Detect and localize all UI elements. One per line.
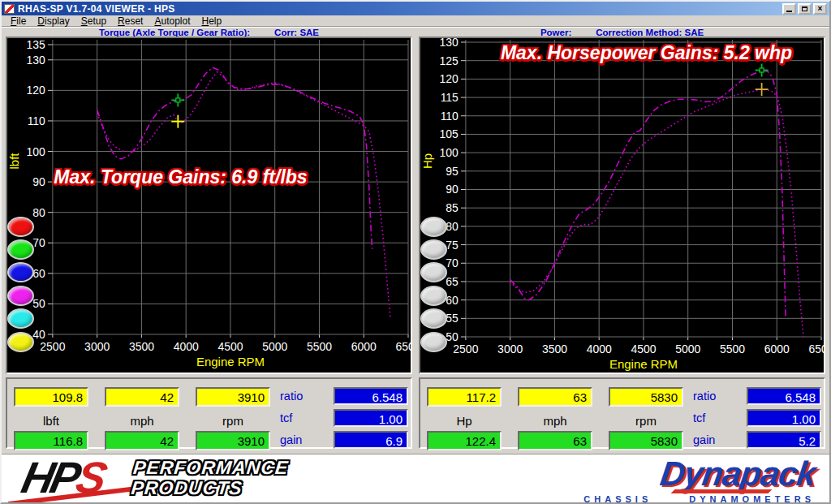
tcf-label: tcf bbox=[693, 411, 742, 424]
trace-button-green[interactable] bbox=[7, 239, 34, 260]
y-axis-label: Hp bbox=[420, 153, 434, 169]
unit-label-rpm: rpm bbox=[196, 414, 270, 428]
y-tick-label: 130 bbox=[440, 38, 459, 49]
dynapack-chassis-text: CHASSIS bbox=[583, 494, 652, 504]
gain-label: gain bbox=[280, 433, 329, 446]
x-tick-label: 5500 bbox=[307, 340, 332, 353]
y-tick-label: 50 bbox=[446, 330, 459, 343]
dynapack-subtitle: CHASSIS DYNAMOMETERS bbox=[583, 494, 815, 504]
menu-setup[interactable]: Setup bbox=[75, 15, 112, 27]
y-tick-label: 70 bbox=[446, 256, 459, 269]
trace-button-yellow[interactable] bbox=[7, 332, 34, 352]
x-tick-label: 3000 bbox=[84, 340, 110, 353]
ratio-label: ratio bbox=[693, 390, 742, 403]
torque-chart-header: Torque (Axle Torque / Gear Ratio): Corr:… bbox=[6, 28, 412, 37]
power-chart-plot[interactable]: 2500300035004000450050005500600065005055… bbox=[420, 38, 824, 373]
y-tick-label: 80 bbox=[446, 220, 459, 233]
hps-performance-text: PERFORMANCE bbox=[132, 458, 290, 478]
trace-button-gray-1[interactable] bbox=[420, 217, 447, 237]
power-correction-label: Correction Method: SAE bbox=[596, 28, 704, 37]
close-button[interactable]: × bbox=[813, 3, 827, 15]
unit-label-mph: mph bbox=[105, 414, 179, 428]
trace-button-blue[interactable] bbox=[7, 262, 34, 282]
minimize-button[interactable] bbox=[782, 3, 796, 15]
y-tick-label: 120 bbox=[27, 84, 46, 97]
unit-label-rpm: rpm bbox=[609, 414, 683, 428]
y-tick-label: 115 bbox=[441, 91, 459, 104]
x-tick-label: 5500 bbox=[720, 342, 745, 355]
y-tick-label: 70 bbox=[32, 236, 45, 249]
menu-bar: FileDisplaySetupResetAutoplotHelp bbox=[2, 15, 829, 27]
x-tick-label: 5000 bbox=[675, 342, 700, 355]
cursor-marker-square bbox=[760, 68, 764, 72]
x-tick-label: 4000 bbox=[174, 340, 199, 353]
run2-rpm-value: 5830 bbox=[609, 431, 683, 450]
hps-products-text: PRODUCTS bbox=[130, 478, 287, 498]
title-bar: RHAS-SP V1.7-04 VIEWER - HPS × bbox=[2, 2, 829, 15]
unit-label-lbft: lbft bbox=[14, 414, 88, 428]
run2-mph-value: 42 bbox=[105, 431, 179, 450]
x-tick-label: 6000 bbox=[351, 340, 377, 353]
menu-file[interactable]: File bbox=[5, 15, 32, 27]
x-tick-label: 3500 bbox=[542, 342, 567, 355]
x-tick-label: 2500 bbox=[453, 342, 478, 355]
y-tick-label: 90 bbox=[446, 183, 459, 196]
y-tick-label: 125 bbox=[440, 54, 459, 67]
hps-logo: HPS PERFORMANCE PRODUCTS bbox=[23, 456, 287, 498]
trace-button-gray-6[interactable] bbox=[420, 332, 447, 352]
power-chart-panel: 2500300035004000450050005500600065005055… bbox=[419, 37, 825, 374]
menu-help[interactable]: Help bbox=[196, 15, 228, 27]
tcf-value: 1.00 bbox=[334, 409, 408, 427]
run1-rpm-value: 5830 bbox=[609, 387, 683, 407]
app-window: RHAS-SP V1.7-04 VIEWER - HPS × FileDispl… bbox=[0, 0, 831, 504]
chart-headers: Torque (Axle Torque / Gear Ratio): Corr:… bbox=[2, 27, 829, 37]
trace-button-magenta[interactable] bbox=[7, 286, 34, 306]
run2-mph-value: 63 bbox=[518, 431, 592, 450]
torque-header-label: Torque (Axle Torque / Gear Ratio): bbox=[99, 28, 250, 37]
run1-rpm-value: 3910 bbox=[196, 387, 270, 407]
unit-label-Hp: Hp bbox=[427, 414, 502, 428]
charts-row: 2500300035004000450050005500600065004050… bbox=[2, 37, 829, 374]
y-tick-label: 80 bbox=[32, 206, 45, 219]
hps-logo-mark: HPS bbox=[18, 456, 118, 498]
y-tick-label: 105 bbox=[440, 127, 459, 140]
torque-correction-label: Corr: SAE bbox=[274, 28, 319, 37]
torque-chart-plot[interactable]: 2500300035004000450050005500600065004050… bbox=[7, 38, 411, 373]
y-tick-label: 50 bbox=[32, 297, 45, 310]
logo-strip: HPS PERFORMANCE PRODUCTS Dynapack CHASSI… bbox=[0, 454, 831, 504]
run1-lbft-value: 109.8 bbox=[14, 387, 88, 407]
restore-button[interactable] bbox=[798, 3, 812, 15]
trace-button-red[interactable] bbox=[7, 217, 34, 237]
trace-button-cyan[interactable] bbox=[7, 308, 34, 329]
hps-logo-words: PERFORMANCE PRODUCTS bbox=[130, 458, 289, 498]
trace-button-gray-4[interactable] bbox=[420, 286, 447, 306]
trace-button-gray-2[interactable] bbox=[420, 239, 447, 260]
gain-value: 6.9 bbox=[334, 431, 408, 449]
run1-Hp-value: 117.2 bbox=[427, 387, 502, 407]
torque-curve-dotted bbox=[97, 72, 390, 319]
run2-rpm-value: 3910 bbox=[196, 431, 270, 450]
run2-Hp-value: 122.4 bbox=[427, 431, 502, 450]
menu-display[interactable]: Display bbox=[32, 15, 75, 27]
tcf-value: 1.00 bbox=[747, 409, 821, 427]
dynapack-underline bbox=[671, 489, 773, 493]
menu-reset[interactable]: Reset bbox=[112, 15, 149, 27]
x-tick-label: 6500 bbox=[395, 340, 411, 353]
power-chart-header: Power: Correction Method: SAE bbox=[419, 28, 825, 37]
power-data-panel: 117.2635830Hpmphrpm122.4635830ratio6.548… bbox=[419, 377, 825, 449]
x-axis-label: Engine RPM bbox=[196, 355, 265, 368]
x-axis-label: Engine RPM bbox=[609, 357, 678, 371]
ratio-label: ratio bbox=[280, 390, 329, 403]
ratio-value: 6.548 bbox=[747, 387, 821, 405]
menu-autoplot[interactable]: Autoplot bbox=[149, 15, 196, 27]
y-tick-label: 40 bbox=[32, 328, 45, 341]
y-tick-label: 100 bbox=[440, 146, 459, 159]
y-tick-label: 110 bbox=[28, 114, 45, 127]
trace-button-gray-5[interactable] bbox=[420, 308, 447, 329]
y-tick-label: 55 bbox=[446, 312, 459, 325]
power-header-label: Power: bbox=[540, 28, 571, 37]
unit-label-mph: mph bbox=[518, 414, 592, 428]
y-tick-label: 60 bbox=[446, 294, 459, 307]
cursor-marker-square bbox=[176, 98, 180, 102]
trace-button-gray-3[interactable] bbox=[420, 262, 447, 282]
